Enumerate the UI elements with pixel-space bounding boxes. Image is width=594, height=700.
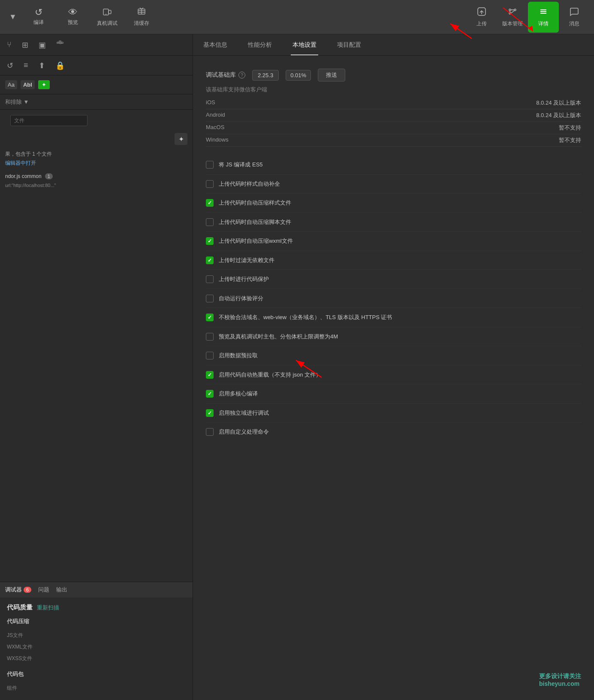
checkbox-label-cb4: 上传代码时自动压缩脚本文件 (219, 218, 291, 226)
debugger-tab[interactable]: 调试器 6 (5, 586, 31, 594)
js-file-item: JS文件 (7, 630, 186, 641)
checkbox-row-5: 上传代码时自动压缩wxml文件 (206, 232, 581, 251)
tab-local[interactable]: 本地设置 (291, 34, 318, 55)
upload-button[interactable]: 上传 (466, 2, 497, 33)
rescan-button[interactable]: 重新扫描 (37, 604, 59, 612)
checkbox-cb4[interactable] (206, 218, 214, 226)
checkbox-cb14[interactable] (206, 409, 214, 417)
checkbox-row-15: 启用自定义处理命令 (206, 422, 581, 441)
checkbox-row-11: 启用数据预拉取 (206, 346, 581, 365)
device-debug-icon (103, 7, 112, 18)
checkbox-label-cb11: 启用数据预拉取 (219, 351, 258, 360)
green-star-btn[interactable]: ✦ (38, 80, 50, 89)
file-search-input[interactable] (10, 115, 87, 126)
star-row: ✦ (0, 131, 193, 147)
support-title: 该基础库支持微信客户端 (206, 86, 581, 94)
sidebar-icons-row2: ↺ ≡ ⬆ 🔒 (0, 56, 193, 75)
problems-tab[interactable]: 问题 (38, 586, 49, 594)
checkbox-row-7: 上传时进行代码保护 (206, 270, 581, 289)
refresh-icon[interactable]: ↺ (5, 59, 15, 72)
checkbox-row-14: 启用独立域进行调试 (206, 404, 581, 423)
file-name: ndor.js common (5, 173, 42, 179)
top-toolbar: ▼ ↺ 编译 👁 预览 真机调试 (0, 0, 594, 34)
version-icon (507, 6, 518, 18)
preview-icon: 👁 (68, 8, 78, 17)
checkbox-cb5[interactable] (206, 237, 214, 245)
wxml-file-item: WXML文件 (7, 641, 186, 653)
git-icon[interactable]: ⑂ (5, 39, 13, 51)
checkbox-cb9[interactable] (206, 314, 214, 321)
checkbox-cb6[interactable] (206, 256, 214, 264)
debugger-badge: 6 (24, 587, 31, 593)
percent-badge: 0.01% (286, 70, 311, 81)
device-debug-button[interactable]: 真机调试 (90, 2, 124, 33)
component-item: 组件 (7, 682, 186, 694)
checkbox-label-cb9: 不校验合法域名、web-view（业务域名）、TLS 版本以及 HTTPS 证书 (219, 313, 392, 322)
file-item: ndor.js common 1 (0, 171, 193, 182)
push-button[interactable]: 推送 (318, 69, 345, 81)
compile-button[interactable]: ↺ 编译 (21, 2, 56, 33)
windows-row: Windows 暂不支持 (206, 134, 581, 147)
checkbox-cb10[interactable] (206, 333, 214, 341)
file-url: url:"http://localhost:80..." (0, 182, 193, 191)
toolbar-right: 上传 版本管理 (466, 2, 590, 33)
export-icon[interactable]: ⬆ (37, 59, 47, 72)
checkbox-cb3[interactable] (206, 199, 214, 207)
star-button[interactable]: ✦ (175, 133, 187, 145)
lock-icon[interactable]: 🔒 (54, 59, 66, 72)
checkbox-label-cb8: 自动运行体验评分 (219, 294, 263, 303)
version-button[interactable]: 版本管理 (497, 2, 528, 33)
file-icon[interactable]: ▣ (37, 39, 48, 51)
checkbox-row-10: 预览及真机调试时主包、分包体积上限调整为4M (206, 327, 581, 347)
message-button[interactable]: 消息 (559, 2, 590, 33)
list-icon[interactable]: ≡ (22, 59, 30, 72)
svg-rect-1 (109, 10, 111, 14)
svg-rect-23 (59, 41, 61, 42)
checkbox-label-cb6: 上传时过滤无依赖文件 (219, 256, 274, 265)
checkbox-cb8[interactable] (206, 295, 214, 302)
docker-icon[interactable] (54, 38, 66, 52)
checkbox-row-9: 不校验合法域名、web-view（业务域名）、TLS 版本以及 HTTPS 证书 (206, 308, 581, 327)
detail-icon (538, 6, 549, 18)
file-link[interactable]: 编辑器中打开 (5, 160, 36, 166)
right-panel: 基本信息 性能分析 本地设置 项目配置 调试基础库 ? 2.25.3 0.01% (193, 34, 594, 700)
detail-button[interactable]: 详情 (528, 2, 559, 33)
grid-icon[interactable]: ⊞ (20, 39, 30, 51)
checkbox-cb7[interactable] (206, 275, 214, 283)
output-tab[interactable]: 输出 (56, 586, 67, 594)
dropdown-arrow-icon[interactable]: ▼ (9, 12, 17, 21)
checkbox-cb13[interactable] (206, 390, 214, 398)
support-section: 该基础库支持微信客户端 iOS 8.0.24 及以上版本 Android 8.0… (206, 86, 581, 147)
preview-button[interactable]: 👁 预览 (56, 2, 90, 33)
checkbox-cb15[interactable] (206, 428, 214, 436)
checkbox-cb1[interactable] (206, 161, 214, 169)
compile-icon: ↺ (35, 8, 42, 17)
bottom-panel: 调试器 6 问题 输出 代码质量 重新扫描 代码压缩 JS文件 WXML文件 (0, 582, 193, 700)
svg-line-14 (511, 11, 514, 13)
checkbox-cb12[interactable] (206, 371, 214, 379)
aa-btn[interactable]: Aa (5, 80, 17, 89)
code-package-title: 代码包 (7, 670, 186, 678)
clear-cache-button[interactable]: 清缓存 (124, 2, 159, 33)
bottom-tabs: 调试器 6 问题 输出 (0, 582, 193, 597)
checkbox-label-cb15: 启用自定义处理命令 (219, 428, 269, 436)
settings-content: 调试基础库 ? 2.25.3 0.01% 推送 该基础库支持微信客户端 iOS … (193, 56, 594, 700)
tab-project[interactable]: 项目配置 (335, 34, 363, 55)
checkbox-row-4: 上传代码时自动压缩脚本文件 (206, 213, 581, 232)
checkbox-cb2[interactable] (206, 180, 214, 188)
svg-point-10 (514, 9, 516, 11)
tab-basic[interactable]: 基本信息 (202, 34, 229, 55)
checkbox-label-cb1: 将 JS 编译成 ES5 (219, 160, 263, 169)
filter-label[interactable]: 和排除 ▼ (5, 98, 29, 106)
help-icon[interactable]: ? (238, 72, 245, 78)
debug-lib-label: 调试基础库 ? (206, 71, 245, 79)
wxss-file-item: WXSS文件 (7, 653, 186, 664)
code-compress-title: 代码压缩 (7, 618, 186, 625)
abt-btn[interactable]: AbI (21, 80, 35, 89)
checkbox-label-cb12: 启用代码自动热重载（不支持 json 文件） (219, 371, 321, 379)
version-badge[interactable]: 2.25.3 (252, 70, 279, 81)
checkbox-cb11[interactable] (206, 352, 214, 359)
tab-perf[interactable]: 性能分析 (246, 34, 274, 55)
sidebar-icons-row1: ⑂ ⊞ ▣ (0, 34, 193, 56)
checkbox-row-1: 将 JS 编译成 ES5 (206, 155, 581, 175)
